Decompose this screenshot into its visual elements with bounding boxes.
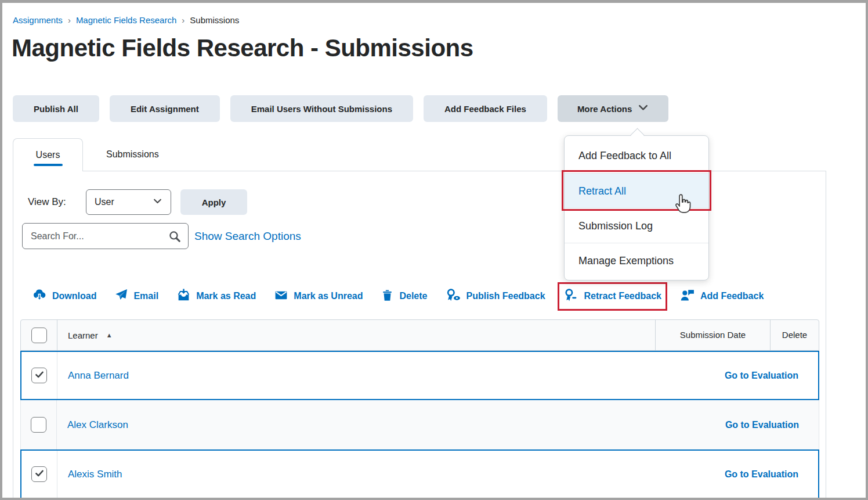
row-checkbox-checked[interactable]: [31, 368, 47, 383]
chevron-down-icon: [153, 197, 162, 207]
learner-link[interactable]: Alex Clarkson: [67, 419, 128, 431]
table-row: Anna Bernard Go to Evaluation: [20, 351, 819, 400]
menu-item-add-feedback-to-all[interactable]: Add Feedback to All: [565, 138, 708, 173]
go-to-evaluation-link[interactable]: Go to Evaluation: [725, 469, 798, 480]
go-to-evaluation-link[interactable]: Go to Evaluation: [725, 420, 799, 430]
publish-feedback-label: Publish Feedback: [466, 291, 545, 301]
checkmark-icon: [34, 369, 45, 382]
add-feedback-action[interactable]: Add Feedback: [679, 288, 764, 305]
learner-link[interactable]: Anna Bernard: [68, 370, 129, 382]
add-feedback-icon: [679, 288, 695, 305]
more-actions-button[interactable]: More Actions: [558, 95, 668, 122]
download-action[interactable]: Download: [32, 287, 96, 305]
browser-window: Assignments › Magnetic Fields Research ›…: [0, 0, 868, 500]
breadcrumb-separator-icon: ›: [68, 15, 71, 25]
menu-item-manage-exemptions[interactable]: Manage Exemptions: [565, 243, 708, 278]
mark-as-read-label: Mark as Read: [196, 291, 256, 301]
menu-item-submission-log[interactable]: Submission Log: [565, 208, 708, 243]
publish-feedback-action[interactable]: Publish Feedback: [446, 288, 545, 305]
more-actions-menu: Add Feedback to All Retract All Submissi…: [564, 135, 709, 280]
email-label: Email: [133, 291, 158, 301]
publish-feedback-icon: [446, 288, 461, 305]
go-to-evaluation-link[interactable]: Go to Evaluation: [725, 370, 798, 381]
sort-ascending-icon[interactable]: ▲: [106, 332, 113, 339]
search-icon[interactable]: [168, 230, 181, 243]
publish-all-button[interactable]: Publish All: [13, 95, 99, 122]
add-feedback-files-button[interactable]: Add Feedback Files: [424, 95, 547, 122]
select-all-checkbox[interactable]: [31, 328, 47, 343]
apply-button[interactable]: Apply: [180, 189, 247, 215]
breadcrumb-current: Submissions: [190, 15, 239, 25]
send-icon: [114, 288, 128, 304]
mark-as-read-icon: [176, 288, 191, 305]
mark-as-unread-label: Mark as Unread: [294, 291, 363, 301]
view-by-selected-value: User: [95, 197, 114, 207]
delete-label: Delete: [399, 291, 427, 301]
retract-feedback-label: Retract Feedback: [584, 291, 661, 301]
email-action[interactable]: Email: [114, 288, 158, 304]
active-tab-indicator: [34, 164, 63, 166]
breadcrumb-link-assignments[interactable]: Assignments: [13, 15, 63, 25]
learner-link[interactable]: Alexis Smith: [68, 469, 122, 480]
table-row: Alex Clarkson Go to Evaluation: [20, 400, 819, 449]
breadcrumb: Assignments › Magnetic Fields Research ›…: [13, 15, 239, 25]
tab-submissions[interactable]: Submissions: [83, 138, 182, 171]
download-label: Download: [52, 291, 96, 301]
breadcrumb-link-magnetic-fields-research[interactable]: Magnetic Fields Research: [76, 15, 176, 25]
submission-date-column-header: Submission Date: [655, 320, 770, 350]
bulk-actions-bar: Download Email Mark as Read Mark as Unre…: [32, 286, 764, 307]
chevron-down-icon: [638, 104, 649, 114]
menu-item-retract-all[interactable]: Retract All: [565, 173, 708, 208]
checkmark-icon: [34, 468, 45, 481]
retract-feedback-action[interactable]: Retract Feedback: [563, 288, 661, 305]
search-input[interactable]: [23, 231, 168, 242]
row-checkbox-checked[interactable]: [31, 466, 47, 482]
delete-action[interactable]: Delete: [381, 289, 427, 304]
breadcrumb-separator-icon: ›: [182, 15, 185, 25]
mark-as-unread-icon: [274, 288, 288, 305]
table-header-row: Learner ▲ Submission Date Delete: [20, 319, 819, 351]
search-field: [22, 223, 189, 249]
view-by-label: View By:: [28, 189, 66, 215]
page-title: Magnetic Fields Research - Submissions: [12, 34, 473, 62]
page-action-buttons: Publish All Edit Assignment Email Users …: [13, 95, 668, 122]
add-feedback-label: Add Feedback: [700, 291, 764, 301]
mark-as-read-action[interactable]: Mark as Read: [176, 288, 256, 305]
row-checkbox-unchecked[interactable]: [31, 417, 46, 433]
delete-column-header: Delete: [770, 320, 819, 350]
more-actions-label: More Actions: [577, 104, 632, 114]
table-row: Alexis Smith Go to Evaluation: [20, 449, 819, 498]
trash-icon: [381, 289, 394, 304]
show-search-options-link[interactable]: Show Search Options: [194, 223, 301, 249]
view-by-select[interactable]: User: [86, 189, 171, 215]
edit-assignment-button[interactable]: Edit Assignment: [110, 95, 220, 122]
submissions-table: Learner ▲ Submission Date Delete Anna Be…: [20, 319, 819, 498]
retract-feedback-icon: [563, 288, 579, 305]
tab-users-label: Users: [36, 150, 60, 160]
learner-column-header[interactable]: Learner: [68, 330, 98, 340]
email-users-without-submissions-button[interactable]: Email Users Without Submissions: [230, 95, 413, 122]
mark-as-unread-action[interactable]: Mark as Unread: [274, 288, 363, 305]
tab-users[interactable]: Users: [13, 138, 83, 171]
cloud-download-icon: [32, 287, 47, 305]
